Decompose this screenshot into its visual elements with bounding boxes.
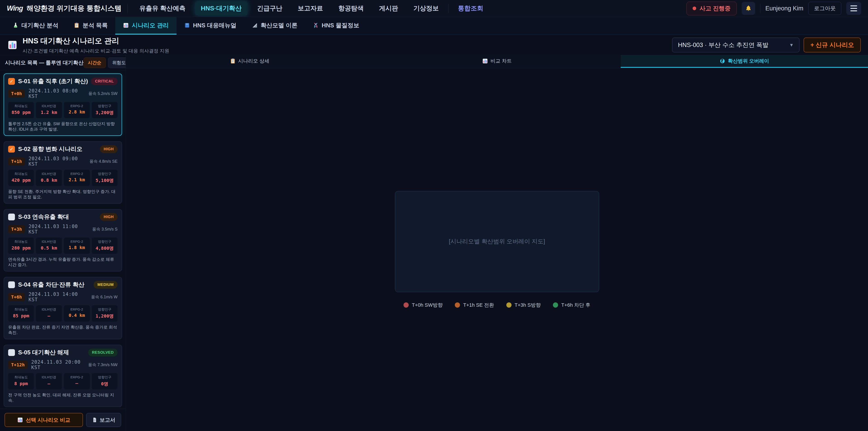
report-button[interactable]: 보고서 xyxy=(86,413,121,427)
scenario-card-1[interactable]: ✓S-01 유출 직후 (초기 확산)CRITICALT+0h2024.11.0… xyxy=(4,73,122,136)
top-nav-item-5[interactable]: 항공탐색 xyxy=(333,1,370,16)
top-nav-item-4[interactable]: 보고자료 xyxy=(292,1,329,16)
card-stats-grid: 최대농도280 ppmIDLH반경0.5 kmERPG-21.8 km영향인구4… xyxy=(8,238,118,254)
bar-chart-icon xyxy=(7,40,18,50)
time-offset-badge: T+0h xyxy=(8,90,25,98)
timestamp: 2024.11.03 11:00 KST xyxy=(29,224,89,235)
stat-value: 1.2 km xyxy=(37,110,61,115)
stat-label: 최대농도 xyxy=(9,104,33,108)
scenario-checkbox[interactable]: ✓ xyxy=(8,78,15,85)
card-title-row: ✓S-01 유출 직후 (초기 확산)CRITICAL xyxy=(8,77,118,85)
top-nav-item-7[interactable]: 기상정보 xyxy=(408,1,445,16)
stat-label: 최대농도 xyxy=(9,307,33,312)
compare-scenarios-button[interactable]: 선택 시나리오 비교 xyxy=(4,413,83,427)
stat-label: IDLH반경 xyxy=(37,375,61,379)
stat-value: 3,200명 xyxy=(93,110,117,116)
scenario-description: 풍향 SE 전환. 주거지역 방향 확산 확대. 영향인구 증가. 대피 범위 … xyxy=(8,189,118,200)
stat-box: 영향인구5,100명 xyxy=(92,170,118,186)
scenario-card-3[interactable]: S-03 연속유출 확대HIGHT+3h2024.11.03 11:00 KST… xyxy=(4,209,122,271)
card-time-row: T+12h2024.11.03 20:00 KST풍속 7.3m/s NW xyxy=(8,359,118,370)
top-nav-item-6[interactable]: 게시판 xyxy=(373,1,404,16)
top-nav-item-8[interactable]: 통합조회 xyxy=(452,1,489,16)
stat-label: IDLH반경 xyxy=(37,104,61,108)
main-tab-1[interactable]: 시나리오 상세 xyxy=(126,55,373,68)
scenario-checkbox[interactable] xyxy=(8,214,15,220)
scenario-card-4[interactable]: S-04 유출 차단·잔류 확산MEDIUMT+6h2024.11.03 14:… xyxy=(4,277,122,339)
new-scenario-button[interactable]: + 신규 시나리오 xyxy=(804,37,861,53)
scenario-title: S-03 연속유출 확대 xyxy=(18,213,69,221)
compare-scenarios-label: 선택 시나리오 비교 xyxy=(26,417,70,424)
scenario-checkbox[interactable]: ✓ xyxy=(8,146,15,153)
card-stats-grid: 최대농도8 ppmIDLH반경–ERPG-2–영향인구0명 xyxy=(8,373,118,390)
stat-box: IDLH반경1.2 km xyxy=(36,102,62,118)
stat-label: ERPG-2 xyxy=(65,375,89,379)
map-legend: T+0h SW방향T+1h SE 전환T+3h S방향T+6h 차단 후 xyxy=(403,302,590,308)
scenario-description: 유출원 차단 완료. 잔류 증기 자연 확산중. 풍속 증가로 희석 촉진. xyxy=(8,325,118,335)
page-header: HNS 대기확산 시나리오 관리 시간·조건별 대기확산 예측 시나리오 비교·… xyxy=(0,35,868,55)
logout-button[interactable]: 로그아웃 xyxy=(808,2,841,15)
timestamp: 2024.11.03 08:00 KST xyxy=(29,88,85,99)
stat-box: 영향인구0명 xyxy=(92,373,118,390)
hamburger-icon xyxy=(850,5,857,11)
top-nav-item-2[interactable]: HNS·대기확산 xyxy=(195,1,248,16)
scenario-title: S-04 유출 차단·잔류 확산 xyxy=(18,281,84,288)
sub-nav-tab-6[interactable]: HNS 물질정보 xyxy=(305,17,367,35)
stat-box: ERPG-22.8 km xyxy=(64,102,90,118)
stat-value: 0명 xyxy=(93,381,117,387)
time-offset-badge: T+12h xyxy=(8,361,28,369)
main-tab-3[interactable]: 확산범위 오버레이 xyxy=(621,55,868,68)
stat-box: IDLH반경0.5 km xyxy=(36,238,62,254)
stat-value: 1,200명 xyxy=(93,313,117,319)
document-icon xyxy=(92,417,97,423)
scenario-sidebar: 시나리오 목록 — 톨루엔 대기확산 시간순위험도순 ✓S-01 유출 직후 (… xyxy=(0,55,126,431)
stat-value: 2.8 km xyxy=(65,109,89,115)
main-menu-button[interactable] xyxy=(846,2,861,15)
stat-label: IDLH반경 xyxy=(37,307,61,312)
legend-dot-icon xyxy=(455,302,460,308)
scenario-description: 전 구역 안전 농도 확인. 대피 해제. 잔류 오염 모니터링 지속. xyxy=(8,392,118,403)
stat-label: 최대농도 xyxy=(9,240,33,244)
page-subtitle: 시간·조건별 대기확산 예측 시나리오 비교·검토 및 대응 의사결정 지원 xyxy=(23,48,169,54)
top-nav-item-3[interactable]: 긴급구난 xyxy=(251,1,288,16)
notifications-button[interactable] xyxy=(742,2,755,15)
main-tab-2[interactable]: 비교 차트 xyxy=(373,55,620,68)
sub-nav-tab-5[interactable]: 확산모델 이론 xyxy=(244,17,305,35)
legend-item-3: T+3h S방향 xyxy=(506,302,541,308)
stat-label: 최대농도 xyxy=(9,375,33,379)
wind-info: 풍속 5.2m/s SW xyxy=(88,91,118,96)
wind-info: 풍속 3.5m/s S xyxy=(92,226,118,232)
sub-nav-tab-1[interactable]: 대기확산 분석 xyxy=(5,17,66,35)
map-icon xyxy=(719,58,725,64)
stat-box: IDLH반경0.8 km xyxy=(36,170,62,186)
timestamp: 2024.11.03 20:00 KST xyxy=(31,359,85,370)
stat-box: 영향인구4,800명 xyxy=(92,238,118,254)
chart-icon xyxy=(123,22,129,28)
severity-badge: MEDIUM xyxy=(94,281,118,288)
scenario-checkbox[interactable] xyxy=(8,349,15,356)
sub-nav-tab-3[interactable]: 시나리오 관리 xyxy=(115,17,176,35)
stat-label: ERPG-2 xyxy=(65,307,89,311)
app-logo: Wing 해양환경 위기대응 통합시스템 xyxy=(7,4,122,13)
stat-value: 4,800명 xyxy=(93,245,117,251)
scenario-checkbox[interactable] xyxy=(8,281,15,288)
stat-box: ERPG-22.1 km xyxy=(64,170,90,186)
sub-nav-tab-label: 분석 목록 xyxy=(83,22,107,29)
bell-icon xyxy=(745,5,752,12)
sub-nav-tab-4[interactable]: HNS 대응매뉴얼 xyxy=(177,17,244,35)
sidebar-title: 시나리오 목록 — 톨루엔 대기확산 xyxy=(5,59,84,66)
sub-nav-tab-2[interactable]: 분석 목록 xyxy=(66,17,115,35)
stat-box: 최대농도8 ppm xyxy=(8,373,34,390)
severity-badge: RESOLVED xyxy=(88,349,118,357)
scenario-title: S-02 풍향 변화 시나리오 xyxy=(18,145,83,153)
wind-info: 풍속 4.8m/s SE xyxy=(90,159,118,164)
scenario-card-2[interactable]: ✓S-02 풍향 변화 시나리오HIGHT+1h2024.11.03 09:00… xyxy=(4,141,122,204)
scenario-select[interactable]: HNS-003 · 부산 수소 추진연 폭발 ▼ xyxy=(672,37,800,53)
stat-label: 영향인구 xyxy=(93,104,117,108)
top-nav-item-1[interactable]: 유출유 확산예측 xyxy=(133,1,191,16)
severity-badge: HIGH xyxy=(100,145,118,153)
logo-mark: Wing xyxy=(7,4,23,12)
scenario-card-5[interactable]: S-05 대기확산 해제RESOLVEDT+12h2024.11.03 20:0… xyxy=(4,345,122,407)
wind-info: 풍속 6.1m/s W xyxy=(91,294,118,300)
sort-button-1[interactable]: 시간순 xyxy=(84,57,106,68)
stat-value: 420 ppm xyxy=(9,177,33,183)
